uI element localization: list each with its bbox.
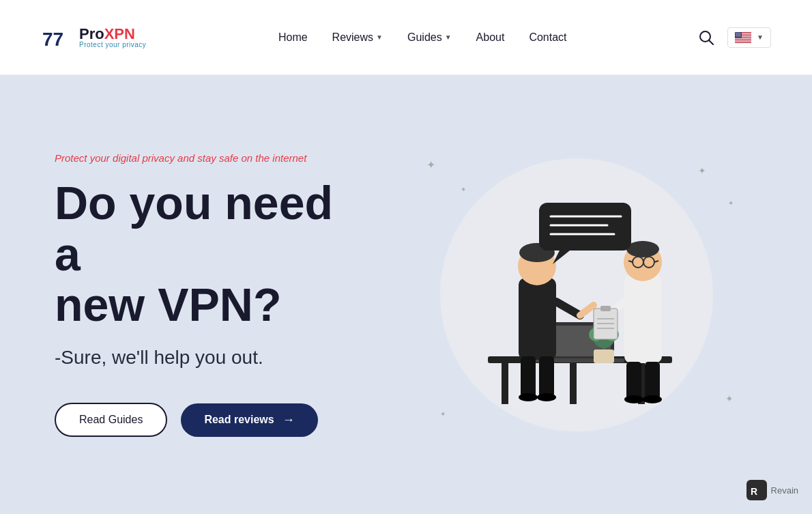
svg-rect-7 xyxy=(735,38,751,38)
svg-text:77: 77 xyxy=(42,29,63,50)
svg-rect-59 xyxy=(600,306,611,311)
svg-rect-49 xyxy=(624,274,662,363)
nav-item-guides[interactable]: Guides ▼ xyxy=(407,31,452,44)
logo-tagline: Protect your privacy xyxy=(79,42,146,48)
hero-subtitle: -Sure, we'll help you out. xyxy=(55,347,341,369)
deco-star-4: ✦ xyxy=(728,199,734,207)
read-reviews-button[interactable]: Read reviews → xyxy=(181,403,317,437)
logo[interactable]: 77 ProXPN Protect your privacy xyxy=(41,21,146,54)
hero-buttons: Read Guides Read reviews → xyxy=(55,403,341,437)
revain-logo: R xyxy=(746,480,767,500)
svg-point-20 xyxy=(737,35,738,35)
nav-right: ▼ xyxy=(699,27,771,48)
nav-link-reviews[interactable]: Reviews ▼ xyxy=(332,31,383,44)
svg-point-47 xyxy=(519,393,538,401)
nav-link-guides[interactable]: Guides ▼ xyxy=(407,31,452,44)
hero-title-line1: Do you need a xyxy=(55,177,333,280)
svg-rect-29 xyxy=(502,363,508,404)
logo-icon: 77 xyxy=(41,21,74,54)
guides-dropdown-arrow: ▼ xyxy=(445,33,452,41)
hero-title: Do you need a new VPN? xyxy=(55,177,341,330)
svg-point-26 xyxy=(740,35,741,36)
read-guides-button[interactable]: Read Guides xyxy=(55,403,167,437)
svg-rect-8 xyxy=(735,40,751,40)
svg-line-2 xyxy=(710,40,714,44)
svg-point-66 xyxy=(643,395,662,403)
svg-point-21 xyxy=(738,35,739,35)
nav-link-contact[interactable]: Contact xyxy=(529,31,566,43)
svg-point-48 xyxy=(537,393,556,401)
deco-star-1: ✦ xyxy=(426,158,435,171)
deco-star-6: ✦ xyxy=(440,410,446,418)
svg-point-19 xyxy=(736,35,736,35)
nav-menu: Home Reviews ▼ Guides ▼ About Contact xyxy=(278,31,567,44)
deco-star-2: ✦ xyxy=(461,186,466,193)
search-button[interactable] xyxy=(699,30,714,45)
nav-link-home[interactable]: Home xyxy=(278,31,308,43)
svg-point-15 xyxy=(736,33,737,34)
svg-point-18 xyxy=(740,33,741,34)
svg-point-65 xyxy=(624,395,643,403)
us-flag-icon xyxy=(735,32,751,43)
svg-rect-45 xyxy=(521,356,536,397)
svg-point-11 xyxy=(736,33,736,33)
svg-point-25 xyxy=(739,35,740,36)
nav-item-home[interactable]: Home xyxy=(278,31,308,44)
svg-point-14 xyxy=(740,33,740,33)
svg-rect-35 xyxy=(594,349,614,363)
nav-item-reviews[interactable]: Reviews ▼ xyxy=(332,31,383,44)
search-icon xyxy=(699,30,714,45)
svg-text:R: R xyxy=(751,486,757,497)
svg-rect-9 xyxy=(735,41,751,42)
language-selector[interactable]: ▼ xyxy=(727,27,771,48)
hero-scene-svg xyxy=(433,152,720,438)
svg-point-1 xyxy=(700,31,710,42)
logo-brand: ProXPN xyxy=(79,27,146,42)
hero-tagline: Protect your digital privacy and stay sa… xyxy=(55,152,341,164)
arrow-icon: → xyxy=(282,413,295,427)
svg-point-17 xyxy=(739,33,740,34)
revain-badge: R Revain xyxy=(746,480,798,500)
svg-point-16 xyxy=(738,33,738,34)
svg-rect-67 xyxy=(539,203,631,251)
navbar: 77 ProXPN Protect your privacy Home Revi… xyxy=(0,0,812,75)
dropdown-arrow-lang: ▼ xyxy=(757,33,764,41)
reviews-dropdown-arrow: ▼ xyxy=(376,33,383,41)
nav-item-contact[interactable]: Contact xyxy=(529,31,566,44)
svg-rect-63 xyxy=(626,362,641,399)
hero-content: Protect your digital privacy and stay sa… xyxy=(0,111,382,478)
hero-illustration: ✦ ✦ ✦ ✦ ✦ ✦ xyxy=(382,111,812,479)
nav-link-about[interactable]: About xyxy=(476,31,505,43)
deco-star-3: ✦ xyxy=(698,165,706,176)
svg-point-23 xyxy=(736,35,737,36)
svg-point-12 xyxy=(737,33,738,33)
hero-title-line2: new VPN? xyxy=(55,279,282,330)
nav-item-about[interactable]: About xyxy=(476,31,505,44)
svg-rect-64 xyxy=(645,362,660,399)
svg-rect-40 xyxy=(519,278,556,360)
svg-rect-46 xyxy=(539,356,554,397)
svg-point-24 xyxy=(738,35,738,36)
deco-star-5: ✦ xyxy=(725,393,734,404)
revain-label: Revain xyxy=(771,485,798,496)
svg-rect-30 xyxy=(570,363,577,404)
svg-point-22 xyxy=(740,35,740,35)
svg-point-56 xyxy=(626,241,659,257)
svg-point-13 xyxy=(738,33,739,33)
hero-section: Protect your digital privacy and stay sa… xyxy=(0,75,812,514)
